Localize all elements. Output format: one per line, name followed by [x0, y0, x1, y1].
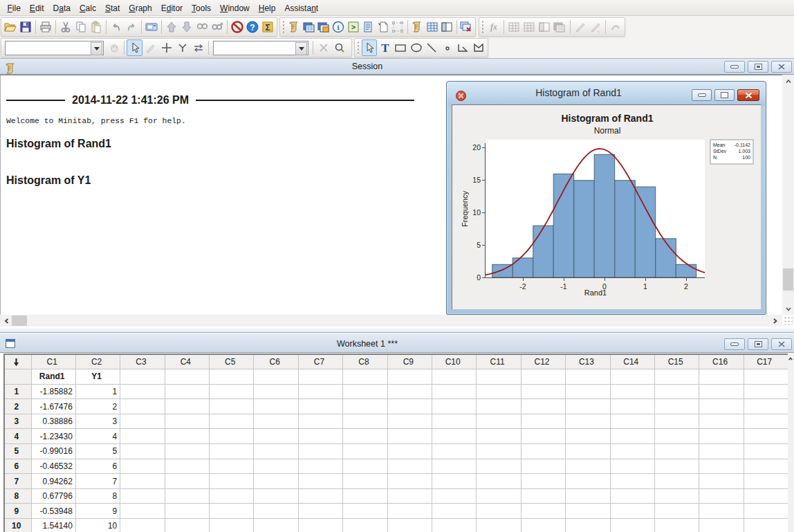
svg-text:15: 15 [472, 176, 481, 184]
svg-text:0: 0 [477, 273, 481, 282]
svg-text:?: ? [250, 23, 255, 33]
svg-text:i: i [338, 23, 340, 31]
svg-text:Σ: Σ [265, 23, 270, 33]
svg-text:T: T [381, 42, 389, 55]
svg-text:10: 10 [472, 208, 481, 217]
svg-text:Mean: Mean [713, 143, 726, 147]
svg-text:StDev: StDev [713, 149, 727, 154]
svg-text:N: N [713, 155, 717, 160]
svg-text:Frequency: Frequency [461, 191, 469, 227]
svg-text:1.003: 1.003 [738, 149, 750, 154]
svg-text:Rand1: Rand1 [584, 288, 607, 297]
svg-text:-2: -2 [519, 282, 526, 291]
svg-text:20: 20 [472, 143, 481, 152]
svg-text:-0.1142: -0.1142 [735, 143, 750, 147]
svg-text:5: 5 [477, 241, 481, 249]
svg-text:Normal: Normal [594, 126, 621, 136]
svg-text:Histogram of Rand1: Histogram of Rand1 [561, 113, 653, 124]
svg-text:2: 2 [684, 282, 688, 291]
svg-text:1: 1 [643, 282, 647, 291]
svg-text:fx: fx [490, 22, 497, 32]
svg-text:100: 100 [742, 155, 750, 160]
svg-text:>: > [351, 23, 356, 31]
svg-text:-1: -1 [560, 282, 566, 291]
